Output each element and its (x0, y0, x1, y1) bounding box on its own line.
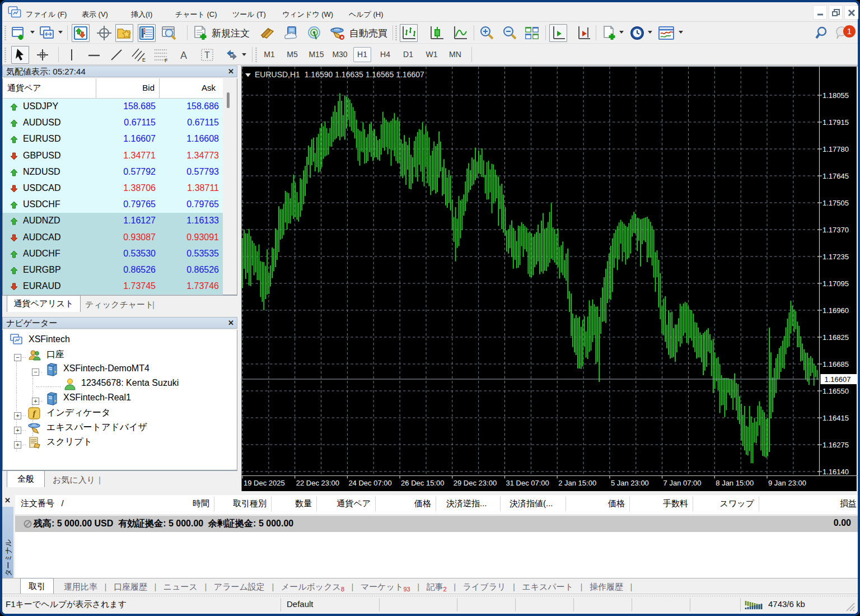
svg-text:19 Dec 2025: 19 Dec 2025 (244, 479, 285, 487)
svg-text:EURUSD,H1 1.16590 1.16635 1.1: EURUSD,H1 1.16590 1.16635 1.16565 1.1660… (255, 70, 424, 79)
svg-text:1.17505: 1.17505 (822, 199, 849, 207)
svg-text:1.17780: 1.17780 (822, 145, 849, 153)
svg-text:1.16275: 1.16275 (822, 441, 849, 449)
svg-text:29 Dec 23:00: 29 Dec 23:00 (454, 479, 497, 487)
svg-text:24 Dec 07:00: 24 Dec 07:00 (348, 479, 391, 487)
svg-text:1.16550: 1.16550 (822, 387, 849, 395)
svg-text:ターミナル: ターミナル (4, 539, 12, 576)
svg-text:8 Jan 15:00: 8 Jan 15:00 (716, 479, 754, 487)
svg-text:1.16685: 1.16685 (822, 360, 849, 368)
svg-text:31 Dec 07:00: 31 Dec 07:00 (506, 479, 549, 487)
svg-text:F: F (165, 58, 168, 62)
svg-text:E: E (142, 57, 146, 62)
svg-text:1.17095: 1.17095 (822, 279, 849, 288)
svg-text:1.17915: 1.17915 (822, 118, 849, 127)
svg-text:2 Jan 15:00: 2 Jan 15:00 (558, 479, 596, 487)
svg-text:22 Dec 23:00: 22 Dec 23:00 (296, 479, 339, 487)
svg-text:1.17370: 1.17370 (822, 226, 849, 234)
svg-text:9 Jan 23:00: 9 Jan 23:00 (768, 479, 806, 487)
svg-text:1.16607: 1.16607 (825, 375, 851, 384)
svg-text:26 Dec 15:00: 26 Dec 15:00 (401, 479, 444, 487)
svg-text:7 Jan 07:00: 7 Jan 07:00 (663, 479, 702, 487)
svg-text:1.16960: 1.16960 (822, 306, 849, 315)
svg-text:1.16415: 1.16415 (822, 414, 849, 422)
svg-text:1.18055: 1.18055 (822, 91, 849, 100)
svg-text:1: 1 (847, 26, 852, 36)
svg-text:1.16140: 1.16140 (822, 468, 849, 476)
svg-text:5 Jan 23:00: 5 Jan 23:00 (611, 479, 649, 487)
svg-text:1.17235: 1.17235 (822, 253, 849, 261)
svg-text:1.16825: 1.16825 (822, 333, 849, 342)
svg-text:T: T (204, 50, 210, 60)
svg-text:1.17645: 1.17645 (822, 172, 849, 180)
svg-text:A: A (180, 50, 187, 61)
